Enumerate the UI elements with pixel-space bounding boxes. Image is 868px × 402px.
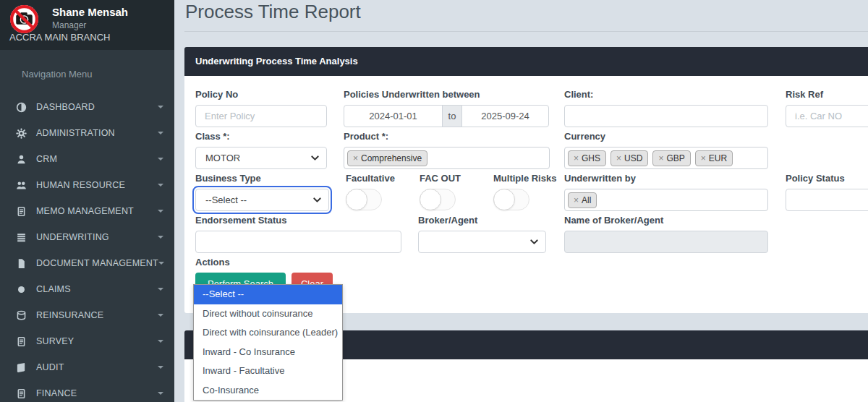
selected-tag[interactable]: ×EUR [695, 150, 733, 166]
sidebar-item-memo-management[interactable]: MEMO MANAGEMENT [0, 198, 174, 224]
selected-tag[interactable]: ×USD [610, 150, 648, 166]
chevron-down-icon [158, 288, 163, 291]
sidebar-item-audit[interactable]: AUDIT [0, 354, 174, 380]
date-range-field: Policies Underwritten between to [344, 89, 549, 127]
selected-tag[interactable]: ×GHS [568, 150, 606, 166]
fac-out-toggle[interactable] [420, 189, 456, 210]
remove-tag-icon[interactable]: × [574, 195, 579, 205]
endorsement-status-input[interactable] [195, 231, 401, 253]
sidebar-item-reinsurance[interactable]: REINSURANCE [0, 302, 174, 328]
underwritten-by-field: Underwritten by ×All [564, 173, 768, 211]
endorsement-status-label: Endorsement Status [195, 215, 401, 226]
chevron-down-icon [158, 366, 163, 369]
selected-tag[interactable]: ×Comprehensive [347, 150, 427, 166]
policy-no-field: Policy No [195, 89, 327, 127]
sidebar-item-administration[interactable]: ADMINISTRATION [0, 120, 174, 146]
chevron-down-icon [158, 158, 163, 161]
dropdown-option[interactable]: Inward - Facultative [194, 362, 342, 381]
chevron-down-icon [311, 155, 319, 161]
facultative-field: Facultative [346, 173, 395, 210]
sidebar-item-label: DOCUMENT MANAGEMENT [36, 258, 158, 268]
database-icon [16, 310, 27, 321]
user-icon [16, 154, 27, 165]
sidebar-item-document-management[interactable]: DOCUMENT MANAGEMENT [0, 250, 174, 276]
sidebar-item-underwriting[interactable]: UNDERWRITING [0, 224, 174, 250]
scroll-icon [16, 388, 27, 399]
remove-tag-icon[interactable]: × [616, 153, 621, 163]
broker-agent-label: Broker/Agent [418, 215, 546, 226]
facultative-toggle[interactable] [346, 189, 382, 210]
chevron-down-icon [158, 106, 163, 108]
selected-tag[interactable]: ×All [568, 192, 597, 208]
business-type-select[interactable]: --Select -- [195, 189, 329, 211]
user-role: Manager [52, 20, 86, 30]
date-from-input[interactable] [344, 105, 443, 127]
policy-no-input[interactable] [195, 105, 327, 127]
chevron-down-icon [158, 184, 163, 187]
selected-tag[interactable]: ×GBP [652, 150, 690, 166]
sidebar-item-label: MEMO MANAGEMENT [36, 206, 134, 216]
nav-menu: DASHBOARDADMINISTRATIONCRMHUMAN RESOURCE… [0, 94, 174, 402]
underwritten-by-multiselect[interactable]: ×All [564, 189, 768, 211]
policy-status-label: Policy Status [786, 173, 868, 184]
analysis-panel-header: Underwriting Process Time Analysis [184, 47, 868, 76]
toggle-knob [493, 189, 515, 210]
multiple-risks-toggle[interactable] [493, 189, 529, 210]
users-icon [16, 180, 27, 191]
scroll-icon [16, 206, 27, 217]
sidebar-item-survey[interactable]: SURVEY [0, 328, 174, 354]
sidebar-item-human-resource[interactable]: HUMAN RESOURCE [0, 172, 174, 198]
chevron-down-icon [158, 210, 163, 213]
dropdown-option[interactable]: Inward - Co Insurance [194, 343, 342, 362]
title-divider [184, 31, 868, 32]
sidebar-item-label: AUDIT [36, 362, 64, 372]
facultative-label: Facultative [346, 173, 395, 184]
user-panel: Shane Mensah Manager ACCRA MAIN BRANCH [0, 0, 174, 50]
dropdown-option[interactable]: Co-Insurance [194, 381, 342, 401]
remove-tag-icon[interactable]: × [353, 153, 358, 163]
date-to-input[interactable] [461, 105, 549, 127]
client-label: Client: [564, 89, 768, 100]
product-field: Product *: ×Comprehensive [344, 131, 550, 169]
sidebar-item-finance[interactable]: FINANCE [0, 380, 174, 402]
sidebar-item-label: ADMINISTRATION [36, 128, 115, 138]
product-multiselect[interactable]: ×Comprehensive [344, 147, 550, 169]
business-type-dropdown: --Select --Direct without coinsuranceDir… [193, 284, 343, 401]
policy-no-label: Policy No [195, 89, 327, 100]
toggle-knob [420, 189, 441, 210]
gear-icon [16, 128, 27, 139]
sidebar-item-label: CRM [36, 154, 57, 164]
sidebar-item-claims[interactable]: CLAIMS [0, 276, 174, 302]
chevron-down-icon [158, 132, 163, 134]
endorsement-status-field: Endorsement Status [195, 215, 401, 253]
broker-agent-field: Broker/Agent [418, 215, 546, 253]
remove-tag-icon[interactable]: × [658, 153, 663, 163]
risk-ref-input[interactable] [786, 105, 868, 127]
class-field: Class *: MOTOR [195, 131, 327, 169]
client-input[interactable] [564, 105, 768, 127]
remove-tag-icon[interactable]: × [701, 153, 706, 163]
dropdown-option[interactable]: Direct without coinsurance [194, 304, 342, 324]
dropdown-option[interactable]: Direct with coinsurance (Leader) [194, 323, 342, 343]
sidebar-item-dashboard[interactable]: DASHBOARD [0, 94, 174, 120]
remove-tag-icon[interactable]: × [574, 153, 579, 163]
chevron-down-icon [530, 239, 538, 245]
date-range-label: Policies Underwritten between [344, 89, 549, 100]
fac-out-label: FAC OUT [420, 173, 461, 184]
chevron-down-icon [313, 197, 321, 203]
sidebar-item-label: FINANCE [36, 388, 77, 398]
class-select[interactable]: MOTOR [195, 147, 327, 169]
currency-multiselect[interactable]: ×GHS×USD×GBP×EUR [564, 147, 768, 169]
product-label: Product *: [344, 131, 550, 142]
no-camera-logo [9, 4, 39, 34]
sidebar-item-crm[interactable]: CRM [0, 146, 174, 172]
user-name: Shane Mensah [52, 6, 128, 18]
actions-label: Actions [195, 257, 333, 268]
chevron-down-icon [158, 340, 163, 343]
broker-agent-select[interactable] [418, 231, 546, 253]
risk-ref-label: Risk Ref [786, 89, 868, 100]
business-type-field: Business Type --Select -- [195, 173, 329, 211]
chevron-down-icon [158, 314, 163, 317]
dropdown-option[interactable]: --Select -- [194, 285, 342, 304]
policy-status-input[interactable] [786, 189, 868, 211]
